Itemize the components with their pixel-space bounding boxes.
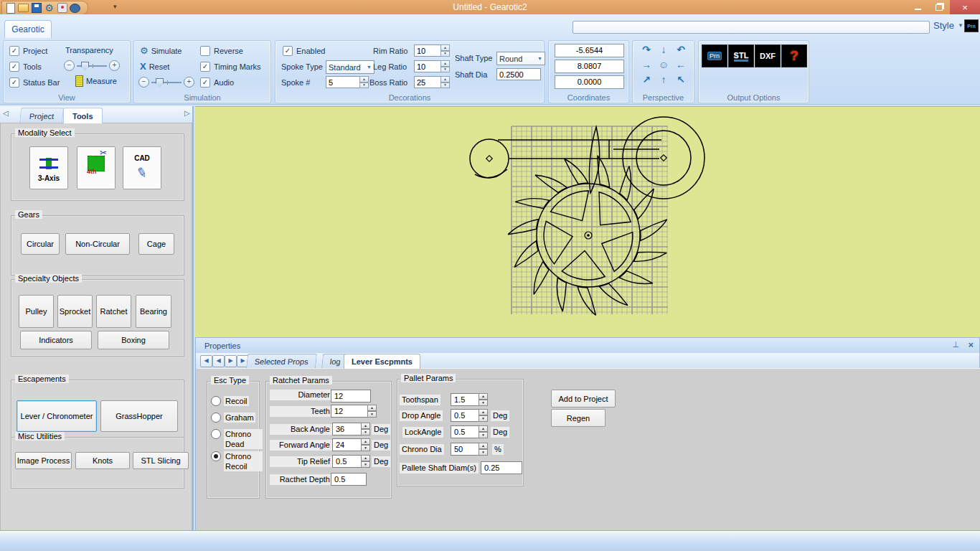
leg-ratio-spinner[interactable]: ▲▼ (440, 60, 450, 72)
chrono-dia-field[interactable]: 50 (451, 443, 482, 456)
radio-chrono-recoil[interactable]: Chrono Recoil (211, 451, 263, 471)
pulley-button[interactable]: Pulley (19, 295, 54, 328)
stl-output-button[interactable]: STL (728, 44, 754, 67)
slider-track[interactable] (151, 82, 182, 83)
knots-button[interactable]: Knots (75, 452, 130, 469)
regen-button[interactable]: Regen (551, 409, 606, 427)
pin-icon[interactable]: ⊥ (952, 340, 959, 349)
attachment-icon[interactable] (57, 3, 67, 14)
shaft-dia-field[interactable]: 0.2500 (496, 68, 541, 80)
spoke-type-dropdown[interactable]: Standard ▼ (326, 60, 374, 74)
restore-button[interactable] (928, 0, 950, 14)
ratchet-button[interactable]: Ratchet (96, 295, 131, 328)
chrono-dia-spinner[interactable]: ▲▼ (479, 443, 488, 456)
tab-nav-first-icon[interactable]: ◀ (200, 355, 212, 367)
media-icon[interactable] (70, 3, 80, 14)
forward-angle-spinner[interactable]: ▲▼ (361, 438, 370, 451)
minimize-button[interactable] (907, 0, 928, 14)
save-icon[interactable] (31, 3, 42, 14)
style-dropdown[interactable]: Style ▼ (933, 20, 963, 31)
tilt-down-icon[interactable]: ↓ (655, 42, 672, 57)
coordinate-z-field[interactable]: 0.0000 (555, 75, 624, 89)
slider-plus-icon[interactable]: + (109, 60, 120, 71)
rim-ratio-field[interactable]: 10 (414, 44, 443, 57)
circular-gear-button[interactable]: Circular (21, 233, 60, 255)
radio-recoil[interactable]: Recoil (211, 396, 249, 406)
grasshopper-button[interactable]: GrassHopper (100, 400, 178, 432)
teeth-spinner[interactable]: ▲▼ (367, 405, 377, 418)
tab-project[interactable]: Project (19, 108, 65, 123)
speed-slider[interactable]: − + (138, 77, 194, 88)
cage-gear-button[interactable]: Cage (138, 233, 174, 255)
tab-tools[interactable]: Tools (63, 108, 103, 123)
radio-chrono-dead[interactable]: Chrono Dead (211, 429, 263, 449)
simulate-button[interactable]: ⚙ Simulate (140, 45, 182, 56)
modality-4th-axis-button[interactable]: 4th (77, 146, 116, 189)
lock-angle-field[interactable]: 0.5 (451, 425, 482, 438)
tip-relief-spinner[interactable]: ▲▼ (361, 455, 370, 468)
stl-slicing-button[interactable]: STL Slicing (133, 452, 189, 469)
checkbox-enabled[interactable]: ✓ Enabled (283, 46, 325, 56)
lever-chronometer-button[interactable]: Lever / Chronometer (17, 400, 97, 432)
slider-minus-icon[interactable]: − (64, 60, 75, 71)
boxing-button[interactable]: Boxing (98, 331, 169, 349)
close-panel-icon[interactable]: × (968, 339, 974, 350)
boss-ratio-spinner[interactable]: ▲▼ (440, 76, 450, 88)
rotate-cw-icon[interactable]: ↷ (638, 42, 655, 57)
tab-scroll-right-icon[interactable]: ▷ (184, 109, 190, 117)
print-style-icon[interactable]: Prn (964, 19, 979, 32)
reset-view-smiley-icon[interactable]: ☺ (655, 57, 672, 72)
add-to-project-button[interactable]: Add to Project (551, 390, 616, 408)
tab-selected-props[interactable]: Selected Props (246, 354, 317, 369)
open-file-icon[interactable] (18, 3, 29, 14)
spoke-num-field[interactable]: 5 (326, 76, 362, 88)
transparency-slider[interactable]: − + (64, 60, 120, 71)
pan-right-icon[interactable]: → (638, 57, 655, 72)
coordinate-y-field[interactable]: 8.0807 (555, 60, 624, 73)
diameter-field[interactable]: 12 (331, 390, 371, 402)
ratchet-depth-field[interactable]: 0.5 (331, 473, 367, 486)
spin-left-icon[interactable]: ↖ (672, 72, 689, 87)
checkbox-audio[interactable]: ✓ Audio (200, 77, 234, 88)
boss-ratio-field[interactable]: 25 (414, 76, 443, 88)
tab-scroll-left-icon[interactable]: ◁ (3, 109, 9, 117)
sprocket-button[interactable]: Sprocket (57, 295, 93, 328)
modality-cad-button[interactable]: CAD ✎ (123, 146, 161, 189)
toothspan-field[interactable]: 1.5 (451, 393, 482, 406)
settings-gear-icon[interactable]: ⚙ (44, 3, 55, 14)
dxf-output-button[interactable]: DXF (755, 44, 781, 67)
drop-angle-field[interactable]: 0.5 (451, 409, 482, 422)
non-circular-gear-button[interactable]: Non-Circular (65, 233, 130, 255)
slider-track[interactable] (77, 65, 107, 67)
print-output-button[interactable]: Prn (702, 44, 727, 67)
coordinate-x-field[interactable]: -5.6544 (555, 44, 624, 57)
slider-thumb[interactable] (156, 78, 164, 88)
spin-right-icon[interactable]: ↗ (638, 72, 655, 87)
pallet-shaft-field[interactable]: 0.25 (481, 461, 522, 474)
measure-button[interactable]: Measure (75, 75, 117, 87)
image-process-button[interactable]: Image Process (15, 452, 72, 469)
checkbox-timing-marks[interactable]: ✓ Timing Marks (200, 62, 261, 72)
tab-nav-prev-icon[interactable]: ◀ (212, 355, 225, 367)
checkbox-statusbar[interactable]: ✓ Status Bar (9, 77, 60, 88)
slider-minus-icon[interactable]: − (138, 77, 149, 88)
back-angle-spinner[interactable]: ▲▼ (361, 423, 370, 435)
tilt-up-icon[interactable]: ↑ (655, 72, 672, 87)
leg-ratio-field[interactable]: 10 (414, 60, 443, 72)
ribbon-tab-gearotic[interactable]: Gearotic (4, 20, 52, 38)
checkbox-project[interactable]: ✓ Project (9, 46, 47, 56)
slider-thumb[interactable] (81, 62, 89, 71)
toothspan-spinner[interactable]: ▲▼ (479, 393, 488, 406)
slider-plus-icon[interactable]: + (184, 77, 194, 88)
pan-left-icon[interactable]: ← (672, 57, 689, 72)
close-button[interactable]: × (950, 0, 980, 14)
rim-ratio-spinner[interactable]: ▲▼ (440, 44, 450, 57)
radio-graham[interactable]: Graham (211, 413, 255, 423)
drawing-canvas[interactable] (195, 106, 980, 338)
tab-lever-escpmnts[interactable]: Lever Escpmnts (344, 354, 420, 369)
new-file-icon[interactable] (5, 3, 16, 14)
checkbox-reverse[interactable]: Reverse (200, 46, 243, 56)
teeth-field[interactable]: 12 (331, 405, 371, 418)
modality-3axis-button[interactable]: 3-Axis (29, 146, 68, 189)
tab-nav-next-icon[interactable]: ▶ (225, 355, 237, 367)
